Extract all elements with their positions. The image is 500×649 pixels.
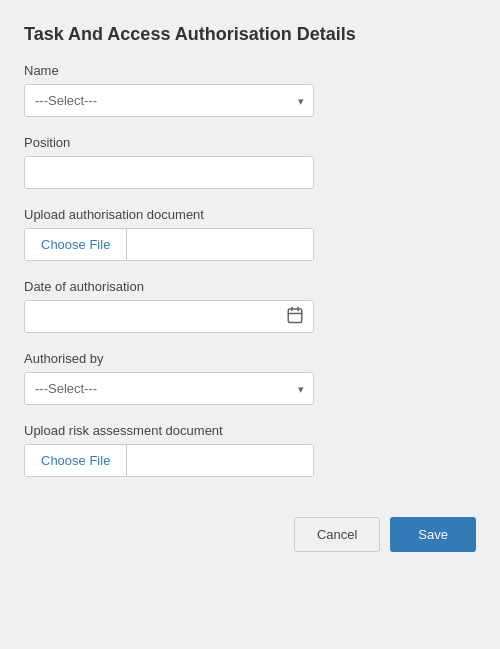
modal-container: Task And Access Authorisation Details Na… — [0, 0, 500, 649]
choose-file-auth-button[interactable]: Choose File — [25, 229, 127, 260]
file-upload-risk-wrapper: Choose File — [24, 444, 314, 477]
position-group: Position — [24, 135, 476, 189]
file-name-auth-display — [127, 229, 313, 260]
date-group: Date of authorisation — [24, 279, 476, 333]
cancel-button[interactable]: Cancel — [294, 517, 380, 552]
choose-file-risk-button[interactable]: Choose File — [25, 445, 127, 476]
upload-risk-group: Upload risk assessment document Choose F… — [24, 423, 476, 477]
page-title: Task And Access Authorisation Details — [24, 24, 476, 45]
upload-risk-label: Upload risk assessment document — [24, 423, 476, 438]
file-name-risk-display — [127, 445, 313, 476]
name-select[interactable]: ---Select--- — [24, 84, 314, 117]
authorised-by-select-wrapper: ---Select--- ▾ — [24, 372, 314, 405]
name-select-wrapper: ---Select--- ▾ — [24, 84, 314, 117]
upload-auth-label: Upload authorisation document — [24, 207, 476, 222]
name-group: Name ---Select--- ▾ — [24, 63, 476, 117]
date-input[interactable] — [24, 300, 314, 333]
date-wrapper — [24, 300, 314, 333]
position-input[interactable] — [24, 156, 314, 189]
authorised-by-group: Authorised by ---Select--- ▾ — [24, 351, 476, 405]
position-label: Position — [24, 135, 476, 150]
name-label: Name — [24, 63, 476, 78]
file-upload-auth-wrapper: Choose File — [24, 228, 314, 261]
authorised-by-select[interactable]: ---Select--- — [24, 372, 314, 405]
upload-auth-group: Upload authorisation document Choose Fil… — [24, 207, 476, 261]
save-button[interactable]: Save — [390, 517, 476, 552]
authorised-by-label: Authorised by — [24, 351, 476, 366]
footer-buttons: Cancel Save — [24, 507, 476, 552]
date-label: Date of authorisation — [24, 279, 476, 294]
